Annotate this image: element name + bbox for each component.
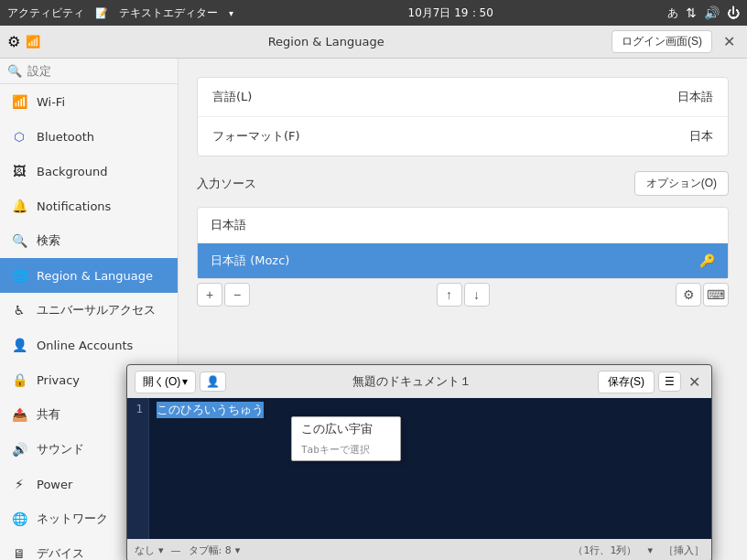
network-nav-icon: 🌐: [11, 511, 27, 527]
close-editor-button[interactable]: ✕: [685, 373, 704, 391]
sidebar-label-accounts: Online Accounts: [37, 339, 133, 352]
tabwidth-arrow-icon[interactable]: ▾: [235, 544, 241, 556]
open-arrow-icon: ▾: [182, 375, 188, 388]
search-nav-icon: 🔍: [11, 232, 27, 249]
sidebar-item-region[interactable]: 🌐 Region & Language: [0, 258, 178, 293]
activities-button[interactable]: アクティビティ: [7, 5, 84, 21]
notifications-icon: 🔔: [11, 198, 27, 214]
sidebar-item-background[interactable]: 🖼 Background: [0, 154, 178, 188]
sidebar-item-accounts[interactable]: 👤 Online Accounts: [0, 328, 178, 362]
source-settings-button[interactable]: ⚙: [676, 283, 701, 307]
wifi-icon: 📶: [11, 93, 27, 110]
save-button[interactable]: 保存(S): [598, 371, 655, 393]
app-icon: 📝: [95, 7, 108, 19]
sidebar-item-search[interactable]: 🔍 検索: [0, 223, 178, 258]
keyboard-layout-button[interactable]: ⌨: [703, 283, 729, 307]
sidebar-label-region: Region & Language: [37, 269, 153, 283]
input-source-controls: + − ↑ ↓ ⚙ ⌨: [197, 283, 729, 307]
line-number-1: 1: [135, 402, 143, 415]
input-sources-label: 入力ソース: [197, 176, 256, 192]
accounts-icon: 👤: [11, 337, 27, 353]
share-icon: 📤: [11, 406, 27, 423]
move-group: ↑ ↓: [437, 283, 490, 307]
sidebar-label-sound: サウンド: [37, 441, 84, 458]
sidebar-label-bluetooth: Bluetooth: [37, 130, 94, 144]
editor-content[interactable]: このひろいうちゅう この広い宇宙 Tabキーで選択: [149, 398, 711, 539]
datetime: 10月7日 19：50: [408, 5, 493, 21]
contact-icon-button[interactable]: 👤: [200, 372, 226, 392]
settings-title: Region & Language: [268, 35, 384, 48]
devices-icon: 🖥: [11, 545, 27, 560]
sidebar-label-universal: ユニバーサルアクセス: [37, 302, 156, 318]
universal-icon: ♿: [11, 302, 27, 318]
network-icon[interactable]: ⇅: [686, 5, 697, 20]
sidebar-label-share: 共有: [37, 406, 60, 423]
sidebar-item-wifi[interactable]: 📶 Wi-Fi: [0, 84, 178, 119]
input-source-japanese[interactable]: 日本語: [198, 208, 728, 243]
ime-suggestion-item[interactable]: この広い宇宙: [292, 417, 400, 441]
input-source-label-1: 日本語: [211, 218, 246, 232]
volume-icon[interactable]: 🔊: [704, 5, 720, 20]
format-label: フォーマット(F): [212, 128, 300, 145]
sidebar-item-universal[interactable]: ♿ ユニバーサルアクセス: [0, 293, 178, 328]
login-screen-button[interactable]: ログイン画面(S): [612, 30, 712, 53]
sidebar-label-devices: デバイス: [37, 545, 84, 560]
topbar: アクティビティ 📝 テキストエディター ▾ 10月7日 19：50 あ ⇅ 🔊 …: [0, 0, 747, 26]
background-icon: 🖼: [11, 163, 27, 179]
editor-line-1: このひろいうちゅう: [157, 402, 704, 418]
open-label: 開く(O): [143, 374, 180, 390]
language-format-section: 言語(L) 日本語 フォーマット(F) 日本: [197, 77, 729, 156]
remove-source-button[interactable]: −: [224, 283, 250, 307]
keyboard-shortcut-icon: 🔑: [699, 253, 715, 268]
text-editor-statusbar: なし ▾ — タブ幅: 8 ▾ （1行、1列） ▾ ［挿入］: [127, 539, 711, 560]
search-input[interactable]: [27, 64, 170, 78]
editor-menu-button[interactable]: ☰: [658, 372, 681, 392]
input-source-label-2: 日本語 (Mozc): [211, 253, 289, 269]
open-button[interactable]: 開く(O) ▾: [135, 371, 196, 393]
input-method-indicator[interactable]: あ: [667, 5, 678, 21]
cursor-position: （1行、1列）: [573, 544, 636, 557]
move-down-button[interactable]: ↓: [464, 283, 490, 307]
add-source-button[interactable]: +: [197, 283, 222, 307]
sidebar-label-power: Power: [37, 478, 72, 491]
close-settings-button[interactable]: ✕: [718, 31, 740, 53]
sidebar-label-privacy: Privacy: [37, 373, 80, 387]
cursor-arrow-icon[interactable]: ▾: [647, 544, 653, 556]
options-button[interactable]: オプション(O): [634, 171, 729, 196]
app-name[interactable]: テキストエディター: [119, 5, 218, 21]
privacy-icon: 🔒: [11, 372, 27, 388]
power-icon[interactable]: ⏻: [727, 5, 740, 20]
add-remove-group: + −: [197, 283, 250, 307]
sound-icon: 🔊: [11, 441, 27, 458]
sidebar-label-network: ネットワーク: [37, 511, 108, 527]
power-nav-icon: ⚡: [11, 476, 27, 492]
line-numbers: 1: [127, 398, 149, 539]
format-value: 日本: [689, 128, 713, 145]
ime-autocomplete-popup: この広い宇宙 Tabキーで選択: [291, 416, 401, 461]
move-up-button[interactable]: ↑: [437, 283, 462, 307]
sidebar-item-notifications[interactable]: 🔔 Notifications: [0, 188, 178, 223]
text-editor-titlebar: 開く(O) ▾ 👤 無題のドキュメント１ 保存(S) ☰ ✕: [127, 365, 711, 398]
sidebar-label-notifications: Notifications: [37, 199, 111, 213]
bluetooth-icon: ⬡: [11, 128, 27, 145]
text-editor-body: 1 このひろいうちゅう この広い宇宙 Tabキーで選択: [127, 398, 711, 539]
settings-titlebar: ⚙ 📶 Region & Language ログイン画面(S) ✕: [0, 26, 747, 59]
editor-title: 無題のドキュメント１: [352, 374, 471, 388]
statusbar-left: なし ▾ — タブ幅: 8 ▾: [135, 544, 240, 557]
statusbar-right: （1行、1列） ▾ ［挿入］: [573, 544, 704, 557]
sidebar-search-bar: 🔍: [0, 59, 178, 84]
app-menu-arrow[interactable]: ▾: [229, 8, 233, 18]
tabwidth-label: タブ幅: 8: [189, 544, 232, 557]
input-source-mozc[interactable]: 日本語 (Mozc) 🔑: [198, 243, 728, 278]
settings-icon: ⚙: [7, 33, 20, 50]
region-icon: 🌐: [11, 267, 27, 284]
editor-typed-text: このひろいうちゅう: [157, 402, 264, 418]
language-row[interactable]: 言語(L) 日本語: [198, 78, 728, 117]
sidebar-label-wifi: Wi-Fi: [37, 95, 65, 109]
sidebar-label-background: Background: [37, 165, 108, 178]
input-sources-section: 入力ソース オプション(O) 日本語 日本語 (Mozc) 🔑: [197, 171, 729, 307]
sidebar-label-search: 検索: [37, 232, 60, 249]
sidebar-item-bluetooth[interactable]: ⬡ Bluetooth: [0, 119, 178, 154]
format-row[interactable]: フォーマット(F) 日本: [198, 117, 728, 156]
none-arrow-icon[interactable]: ▾: [158, 544, 164, 556]
